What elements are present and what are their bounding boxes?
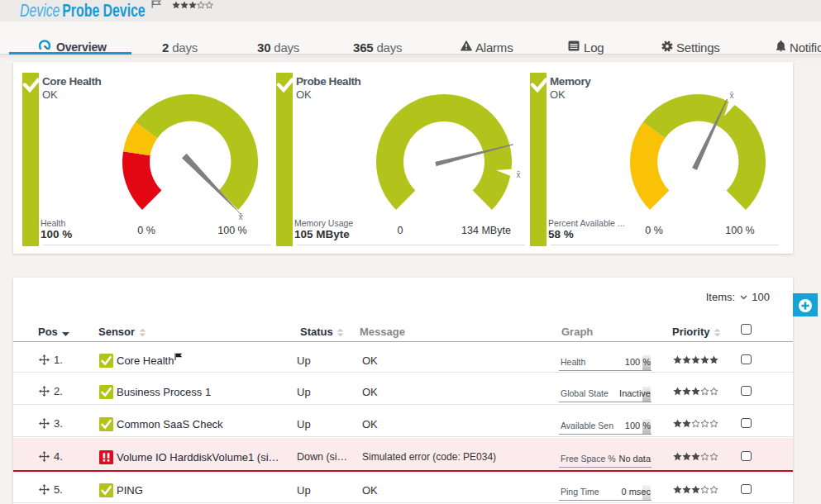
svg-text:x̄: x̄ [517, 170, 521, 179]
svg-text:x̄: x̄ [239, 212, 243, 221]
svg-text:x̄: x̄ [730, 91, 734, 100]
